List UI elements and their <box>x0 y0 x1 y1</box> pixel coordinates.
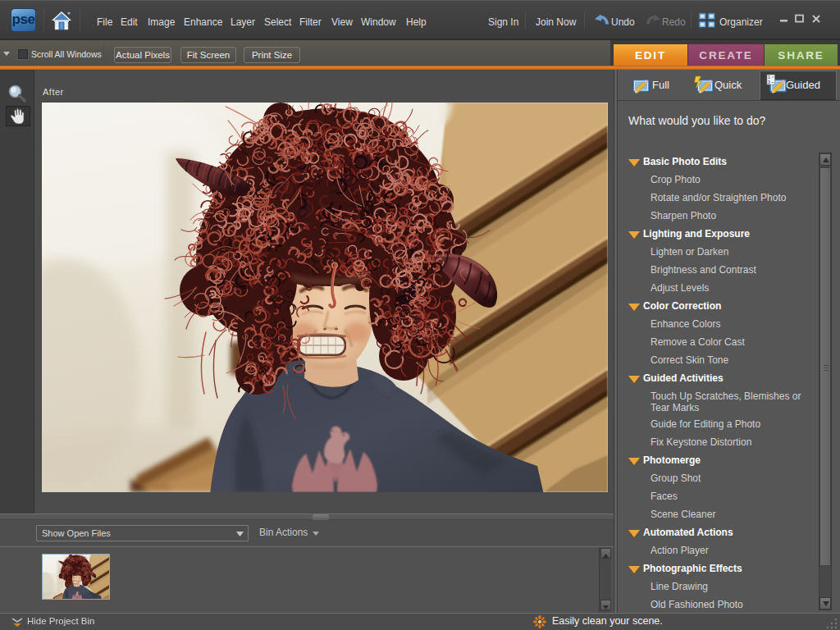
svg-text:3: 3 <box>768 80 770 84</box>
svg-text:1: 1 <box>768 75 770 80</box>
